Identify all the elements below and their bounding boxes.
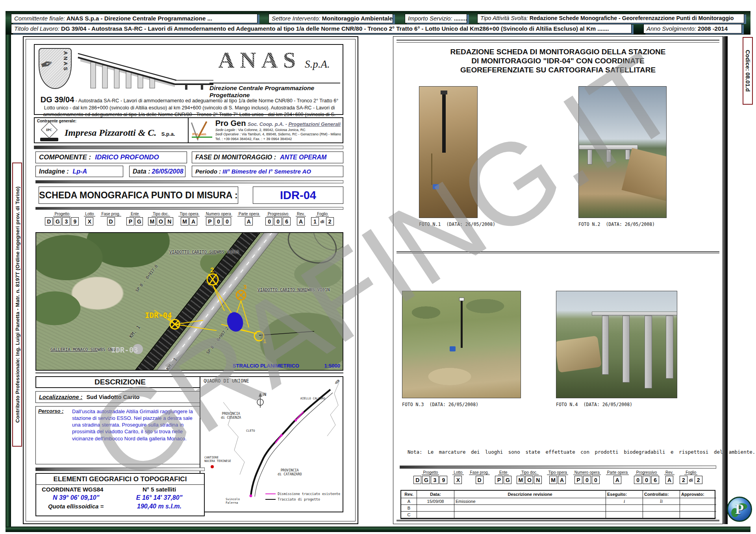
code-box: A (558, 476, 566, 484)
importo-label: Importo Servizio: (408, 15, 452, 22)
rev-signature: li (643, 498, 680, 505)
code-box: 3 (431, 476, 439, 484)
code-box: 2 (326, 217, 334, 225)
rev-header: Rev. (401, 491, 417, 498)
code-box: O (157, 217, 165, 225)
legend-tracciato: Tracciato di progetto (278, 497, 320, 501)
code-group-label: Rev. (664, 470, 674, 475)
code-box: G (135, 217, 143, 225)
importo-value: ......... (452, 15, 467, 22)
compass-n: N (263, 392, 266, 397)
periodo-box: Periodo : III° Bimestre del I° Semestre … (192, 166, 343, 177)
code-group: Tipo doc.MON (517, 470, 542, 484)
code-group: Fase prog.D (469, 470, 490, 484)
document-scan: { "watermark": "GRAFING.IT", "side_left_… (0, 0, 756, 534)
rev-cell (417, 512, 454, 518)
pizzarotti-monogram: IPC (41, 122, 57, 138)
photo3-pole-top (459, 297, 464, 301)
page-edge-shadow (723, 36, 728, 524)
code-group: Fase prog.D (100, 212, 122, 225)
code-box: O (525, 476, 533, 484)
progen-sede-value: Via Colonne, 2, 89042, Gioiosa Jonica, R… (237, 128, 305, 132)
left-green-strip (6, 35, 11, 527)
anas-logo-text: ANAS (63, 51, 69, 72)
code-box: P (206, 217, 214, 225)
code-box: P (574, 476, 582, 484)
code-box: D (107, 217, 115, 225)
page2-title-line3: GEOREFERENZIATE SU CARTOGRAFIA SATELLITA… (393, 66, 723, 75)
code-boxes: A (245, 217, 253, 225)
code-box: A (613, 476, 621, 484)
percorso-label: Percorso : (38, 408, 72, 462)
code-box: A (245, 217, 253, 225)
code-group-label: Tipo opera (178, 212, 199, 216)
code-box: 0 (634, 476, 642, 484)
separator-bar (400, 466, 716, 469)
photo-2 (578, 86, 667, 218)
separator-bar (35, 180, 343, 183)
progen-logo: Pro Gen (192, 120, 213, 141)
photo-3-caption: FOTO N.3(DATA: 26/05/2008) (402, 402, 478, 407)
rev-cell (454, 512, 606, 518)
code-group: Tipo doc.MON (148, 212, 173, 225)
code-box: A (297, 217, 305, 225)
contractor-designer-row: Contraente generale: IPC Impresa Pizzaro… (34, 117, 343, 143)
photo3-pole (461, 301, 463, 348)
photo4-pier (602, 316, 609, 375)
code-box: M (148, 217, 156, 225)
code-boxes: DG39 (45, 217, 79, 225)
code-group: Rev.A (296, 212, 306, 225)
code-group-label: Tipo opera (547, 470, 568, 475)
separator-bar (35, 467, 205, 471)
rev-header: Data: (417, 491, 454, 498)
code-boxes: A (613, 476, 621, 484)
separator-bar (34, 146, 343, 149)
code-group-label: Numero opera (205, 212, 232, 216)
code-group-label: Parte opera (606, 470, 629, 475)
idr04-label: IDR-04 (145, 311, 172, 320)
page2-title-line2: DI MONITORAGGIO "IDR-04" CON COORDINATE (393, 57, 723, 66)
code-box: 2 (680, 476, 687, 484)
code-box: 0 (265, 217, 273, 225)
latitude-value: N 39° 06' 09,10" (42, 494, 120, 501)
localizzazione-box: Localizzazione : Sud Viadotto Carito (35, 391, 205, 403)
anas-brand-row: ANASS.p.A. (218, 49, 330, 72)
code-box: A (665, 476, 673, 484)
anno-box: Anno Svolgimento: 2008 -2014 (643, 24, 742, 33)
code-group: Progressivo006 (634, 470, 659, 484)
rev-cell (417, 505, 454, 512)
code-group: LottoX (452, 470, 463, 484)
photo-3 (402, 291, 521, 398)
titolo-lavoro-label: Titolo del Lavoro: (14, 25, 59, 32)
code-group: ProgettoDG39 (413, 470, 447, 484)
code-group: ProgettoDG39 (45, 212, 79, 225)
data-value: 26/05/2008 (152, 168, 183, 175)
photo1-stake (431, 153, 432, 185)
percorso-box: Percorso : Dall'uscita autostradale Alti… (35, 406, 205, 464)
code-group-label: Tipo doc. (520, 470, 539, 475)
fase-box: FASE DI MONITORAGGIO : ANTE OPERAM (192, 152, 343, 163)
photo2-viaduct-deck (579, 145, 638, 150)
rev-signature (680, 498, 716, 505)
progen-coop: Soc. Coop. p.A. - (248, 122, 288, 127)
rev-cell (680, 512, 716, 518)
svg-text:3: 3 (243, 283, 246, 290)
code-box: 9 (439, 476, 447, 484)
code-box: 3 (62, 217, 70, 225)
photo4-pier (623, 316, 630, 382)
progen-name: Pro Gen (215, 119, 246, 127)
scheda-value-box: IDR-04 (253, 187, 343, 204)
code-group-label: Lotto (452, 470, 463, 475)
code-group-label: Fase prog. (100, 212, 122, 216)
top-double-line (397, 40, 719, 42)
globe-letter: P (735, 501, 744, 517)
tipo-attivita-box: Tipo Attività Svolta: Redazione Schede M… (477, 14, 744, 23)
code-boxes: D (476, 476, 484, 484)
codice-sidebar: Codice: 08.01.d (743, 37, 753, 105)
code-boxes: MON (517, 476, 542, 484)
componente-box: COMPONENTE : IDRICO PROFONDO (35, 152, 187, 163)
code-box: P (495, 476, 503, 484)
code-boxes: X (85, 217, 93, 225)
legend-dismissione: Dismissione tracciato esistente (278, 492, 340, 496)
revision-table: Rev. Data: Descrizione revisione Eseguit… (400, 490, 715, 519)
